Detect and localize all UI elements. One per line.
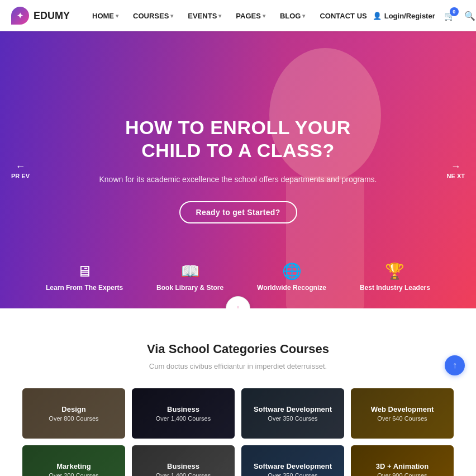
nav-actions: 👤 Login/Register 🛒 0 🔍 [373,11,475,21]
worldwide-icon: 🌐 [282,264,302,279]
hero-content: HOW TO ENROLL YOUR CHILD TO A CLASS? Kno… [82,116,394,223]
categories-grid: Design Over 800 Courses Business Over 1,… [22,388,454,476]
feature-learn-label: Learn From The Experts [46,284,123,292]
cat-info-business: Business Over 1,400 Courses [156,405,211,422]
hero-subtitle: Known for its academic excellence the sc… [93,173,383,185]
feature-worldwide: 🌐 Worldwide Recognize [257,264,326,292]
arrow-left-icon: ← [11,161,30,173]
cat-count-webdev: Over 640 Courses [371,415,434,422]
arrow-up-icon: ↑ [453,360,457,370]
cat-name-business: Business [156,405,211,413]
chevron-down-icon: ▾ [170,13,173,19]
cat-name-business2: Business [156,462,211,470]
logo-text: EDUMY [34,10,70,22]
learn-icon: 🖥 [77,264,92,279]
cat-info-webdev: Web Development Over 640 Courses [371,405,434,422]
categories-title: Via School Categories Courses [22,342,454,356]
feature-leaders-label: Best Industry Leaders [360,284,430,292]
nav-item-courses[interactable]: COURSES ▾ [127,0,179,31]
logo-icon: ✦ [11,7,29,25]
chevron-down-icon: ▾ [116,13,118,19]
cat-count-software: Over 350 Courses [254,415,332,422]
category-card-marketing[interactable]: Marketing Over 200 Courses [22,445,125,476]
library-icon: 📖 [180,264,200,279]
category-card-webdev[interactable]: Web Development Over 640 Courses [351,388,454,439]
nav-item-pages[interactable]: PAGES ▾ [230,0,271,31]
feature-leaders: 🏆 Best Industry Leaders [360,264,430,292]
cat-name-marketing: Marketing [49,462,98,470]
chevron-down-icon: ▾ [302,13,305,19]
search-button[interactable]: 🔍 [464,11,475,21]
cart-button[interactable]: 🛒 0 [444,11,455,21]
category-card-software2[interactable]: Software Development Over 350 Courses [241,445,344,476]
cat-count-business2: Over 1,400 Courses [156,472,211,476]
hero-next-button[interactable]: → NE XT [447,161,465,179]
cat-info-design: Design Over 800 Courses [49,405,98,422]
user-icon: 👤 [373,12,382,20]
cat-count-software2: Over 350 Courses [254,472,332,476]
cat-info-software2: Software Development Over 350 Courses [254,462,332,476]
nav-item-home[interactable]: HOME ▾ [87,0,124,31]
feature-library: 📖 Book Library & Store [156,264,223,292]
back-to-top-button[interactable]: ↑ [445,355,465,375]
nav-item-contact[interactable]: CONTACT US [314,0,372,31]
category-card-business2[interactable]: Business Over 1,400 Courses [132,445,235,476]
cat-name-design: Design [49,405,98,413]
cat-info-animation: 3D + Animation Over 900 Courses [376,462,429,476]
arrow-down-icon: ↓ [236,303,241,309]
logo[interactable]: ✦ EDUMY [11,7,70,25]
category-card-design[interactable]: Design Over 800 Courses [22,388,125,439]
chevron-down-icon: ▾ [263,13,265,19]
hero-prev-button[interactable]: ← PR EV [11,161,30,179]
cat-count-design: Over 800 Courses [49,415,98,422]
cat-count-marketing: Over 200 Courses [49,472,98,476]
login-button[interactable]: 👤 Login/Register [373,12,435,20]
leaders-icon: 🏆 [385,264,404,279]
hero-title: HOW TO ENROLL YOUR CHILD TO A CLASS? [93,116,383,162]
cat-count-business: Over 1,400 Courses [156,415,211,422]
category-card-animation[interactable]: 3D + Animation Over 900 Courses [351,445,454,476]
cat-info-software: Software Development Over 350 Courses [254,405,332,422]
arrow-right-icon: → [447,161,465,173]
cat-count-animation: Over 900 Courses [376,472,429,476]
cat-info-business2: Business Over 1,400 Courses [156,462,211,476]
cat-info-marketing: Marketing Over 200 Courses [49,462,98,476]
categories-section: Via School Categories Courses Cum doctus… [0,308,476,476]
cat-name-webdev: Web Development [371,405,434,413]
hero-section: ← PR EV HOW TO ENROLL YOUR CHILD TO A CL… [0,31,476,308]
categories-subtitle: Cum doctus civibus efficiantur in imperd… [22,362,454,370]
hero-cta-button[interactable]: Ready to get Started? [179,201,297,223]
feature-worldwide-label: Worldwide Recognize [257,284,326,292]
nav-links: HOME ▾ COURSES ▾ EVENTS ▾ PAGES ▾ BLOG ▾… [87,0,373,31]
nav-item-events[interactable]: EVENTS ▾ [182,0,227,31]
cat-name-software2: Software Development [254,462,332,470]
chevron-down-icon: ▾ [218,13,221,19]
feature-library-label: Book Library & Store [156,284,223,292]
cat-name-software: Software Development [254,405,332,413]
nav-item-blog[interactable]: BLOG ▾ [274,0,311,31]
category-card-business[interactable]: Business Over 1,400 Courses [132,388,235,439]
feature-learn: 🖥 Learn From The Experts [46,264,123,292]
navbar: ✦ EDUMY HOME ▾ COURSES ▾ EVENTS ▾ PAGES … [0,0,476,31]
cat-name-animation: 3D + Animation [376,462,429,470]
cart-badge: 0 [450,7,459,16]
category-card-software[interactable]: Software Development Over 350 Courses [241,388,344,439]
